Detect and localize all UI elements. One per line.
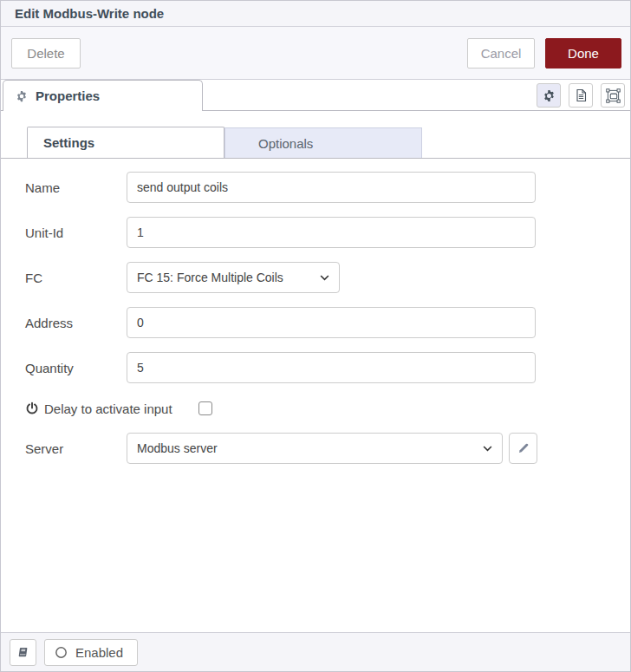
gear-icon	[543, 89, 556, 102]
tab-settings[interactable]: Settings	[27, 127, 224, 158]
server-row: Server Modbus server	[25, 433, 630, 464]
name-row: Name	[25, 172, 630, 203]
delay-checkbox[interactable]	[198, 401, 212, 415]
book-icon	[16, 646, 29, 659]
unit-id-row: Unit-Id	[25, 217, 630, 248]
description-icon-button[interactable]	[569, 83, 593, 108]
quantity-row: Quantity	[25, 352, 630, 383]
chevron-down-icon	[320, 275, 329, 281]
name-input[interactable]	[127, 172, 536, 203]
quantity-input[interactable]	[127, 352, 536, 383]
dialog-toolbar: Delete Cancel Done	[1, 27, 630, 80]
properties-panel: Settings Optionals Name Unit-Id FC FC 15…	[1, 111, 630, 632]
chevron-down-icon	[483, 446, 492, 452]
name-label: Name	[25, 180, 127, 195]
appearance-icon-button[interactable]	[601, 83, 625, 108]
dialog-titlebar: Edit Modbus-Write node	[1, 1, 630, 27]
enabled-label: Enabled	[75, 645, 123, 660]
quantity-label: Quantity	[25, 361, 127, 375]
node-help-button[interactable]	[10, 639, 36, 666]
address-label: Address	[25, 316, 127, 330]
delay-label: Delay to activate input	[44, 401, 172, 416]
properties-tab-label: Properties	[36, 88, 100, 103]
properties-icon-button[interactable]	[537, 83, 561, 108]
fc-row: FC FC 15: Force Multiple Coils	[25, 262, 630, 293]
address-input[interactable]	[127, 307, 536, 338]
power-icon	[25, 401, 39, 415]
circle-icon	[55, 646, 68, 659]
editor-tab-bar: Properties	[1, 80, 630, 111]
edit-server-button[interactable]	[509, 433, 537, 464]
cancel-button[interactable]: Cancel	[467, 38, 535, 69]
server-label: Server	[25, 441, 127, 456]
document-icon	[575, 88, 588, 102]
fc-label: FC	[25, 271, 127, 285]
optionals-tab-label: Optionals	[258, 136, 313, 151]
unit-id-input[interactable]	[127, 217, 536, 248]
server-select[interactable]: Modbus server	[127, 433, 503, 464]
address-row: Address	[25, 307, 630, 338]
dialog-title: Edit Modbus-Write node	[15, 6, 164, 21]
dialog-footer: Enabled	[1, 632, 630, 671]
done-button[interactable]: Done	[545, 38, 621, 69]
delay-row: Delay to activate input	[25, 397, 630, 420]
edit-node-dialog: Edit Modbus-Write node Delete Cancel Don…	[0, 0, 631, 672]
tab-properties[interactable]: Properties	[3, 80, 203, 111]
fc-selected-value: FC 15: Force Multiple Coils	[137, 271, 283, 284]
fc-select[interactable]: FC 15: Force Multiple Coils	[127, 262, 340, 293]
enabled-toggle-button[interactable]: Enabled	[44, 639, 138, 666]
delete-button[interactable]: Delete	[11, 38, 81, 69]
gear-icon	[16, 90, 28, 102]
tab-optionals[interactable]: Optionals	[224, 127, 422, 158]
appearance-icon	[606, 88, 621, 103]
unit-id-label: Unit-Id	[25, 225, 127, 240]
settings-form: Name Unit-Id FC FC 15: Force Multiple Co…	[1, 159, 630, 478]
pencil-icon	[517, 442, 530, 454]
editor-tab-buttons	[537, 83, 625, 108]
server-selected-value: Modbus server	[137, 441, 218, 455]
settings-tab-label: Settings	[43, 135, 94, 150]
settings-optionals-tabs: Settings Optionals	[1, 127, 630, 159]
